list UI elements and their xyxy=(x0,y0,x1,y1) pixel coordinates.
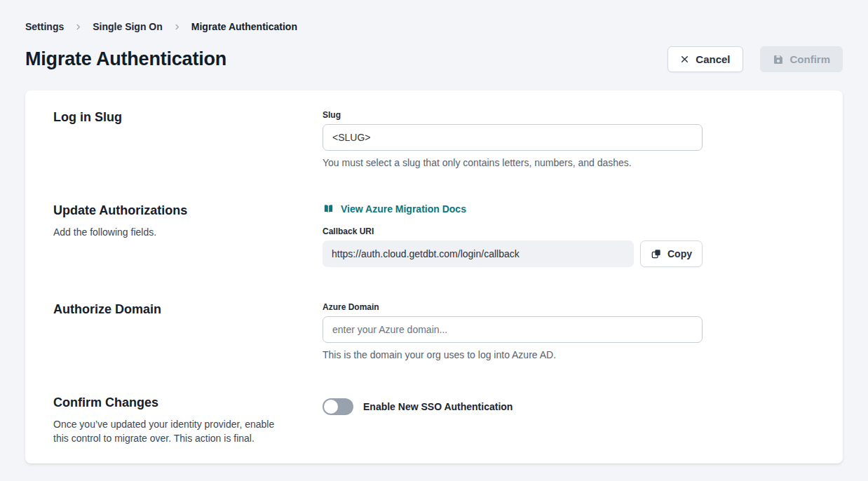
breadcrumb-single-sign-on[interactable]: Single Sign On xyxy=(93,21,163,32)
save-icon xyxy=(773,54,784,65)
breadcrumb-settings[interactable]: Settings xyxy=(25,21,64,32)
confirm-button-label: Confirm xyxy=(790,53,831,65)
login-slug-heading: Log in Slug xyxy=(53,110,292,125)
confirm-changes-description: Once you’ve updated your identity provid… xyxy=(53,417,292,446)
azure-domain-label: Azure Domain xyxy=(323,302,703,312)
section-confirm-changes: Confirm Changes Once you’ve updated your… xyxy=(53,395,815,446)
settings-card: Log in Slug Slug You must select a slug … xyxy=(25,90,843,463)
section-authorize-domain: Authorize Domain Azure Domain This is th… xyxy=(53,302,815,360)
x-icon xyxy=(680,55,689,64)
page-title: Migrate Authentication xyxy=(25,48,226,70)
breadcrumb: Settings Single Sign On Migrate Authenti… xyxy=(25,21,843,32)
azure-migration-docs-link[interactable]: View Azure Migration Docs xyxy=(323,203,466,215)
section-update-authorizations: Update Authorizations Add the following … xyxy=(53,203,815,267)
enable-sso-toggle-label: Enable New SSO Authentication xyxy=(363,401,513,412)
breadcrumb-migrate-authentication: Migrate Authentication xyxy=(191,21,297,32)
copy-button-label: Copy xyxy=(667,248,692,259)
confirm-changes-heading: Confirm Changes xyxy=(53,395,292,410)
confirm-button[interactable]: Confirm xyxy=(760,46,843,72)
page-header: Migrate Authentication Cancel Confirm xyxy=(25,46,843,72)
copy-button[interactable]: Copy xyxy=(640,240,703,267)
callback-uri-value: https://auth.cloud.getdbt.com/login/call… xyxy=(323,240,634,267)
slug-helper-text: You must select a slug that only contain… xyxy=(323,157,703,168)
section-login-slug: Log in Slug Slug You must select a slug … xyxy=(53,110,815,168)
slug-input[interactable] xyxy=(323,124,703,151)
update-authorizations-heading: Update Authorizations xyxy=(53,203,292,218)
cancel-button-label: Cancel xyxy=(696,53,730,65)
azure-migration-docs-link-label: View Azure Migration Docs xyxy=(341,203,466,215)
azure-domain-input[interactable] xyxy=(323,316,703,343)
migrate-authentication-page: Settings Single Sign On Migrate Authenti… xyxy=(0,0,868,481)
callback-uri-label: Callback URI xyxy=(323,226,703,236)
open-book-icon xyxy=(323,203,334,215)
chevron-right-icon xyxy=(74,23,82,31)
authorize-domain-heading: Authorize Domain xyxy=(53,302,292,317)
slug-field-label: Slug xyxy=(323,110,703,120)
enable-sso-toggle[interactable] xyxy=(323,398,353,415)
azure-domain-helper-text: This is the domain your org uses to log … xyxy=(323,349,703,360)
update-authorizations-description: Add the following fields. xyxy=(53,225,292,239)
toggle-knob xyxy=(324,400,338,414)
copy-icon xyxy=(651,248,662,259)
cancel-button[interactable]: Cancel xyxy=(667,46,742,72)
header-actions: Cancel Confirm xyxy=(667,46,843,72)
chevron-right-icon xyxy=(173,23,181,31)
